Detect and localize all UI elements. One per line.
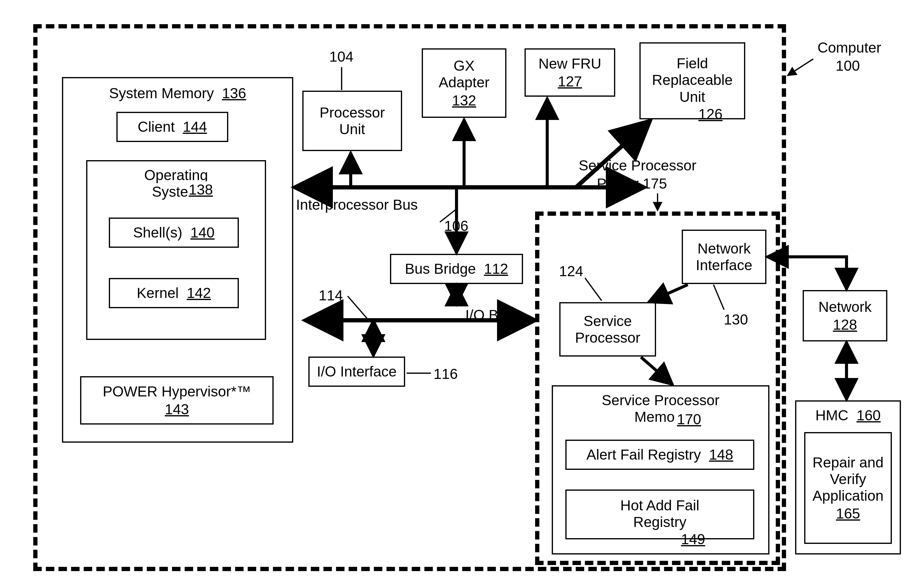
- os-box: Operating System 138: [86, 160, 266, 340]
- io-interface-box: I/O Interface: [308, 357, 405, 387]
- io-bus-label: I/O Bus: [464, 307, 515, 323]
- computer-ref: 100: [834, 57, 861, 74]
- fru-title: Field Replaceable Unit: [652, 55, 733, 105]
- fru-box: Field Replaceable Unit 126: [640, 42, 745, 120]
- network-interface-box: Network Interface: [682, 229, 766, 284]
- processor-unit-title: Processor Unit: [319, 104, 385, 137]
- network-interface-title: Network Interface: [696, 240, 753, 273]
- sp-memory-ref: 170: [676, 411, 702, 428]
- computer-label: Computer: [816, 39, 882, 56]
- ref-104: 104: [328, 48, 355, 65]
- service-processor-box: Service Processor: [559, 302, 656, 357]
- network-ref: 128: [833, 317, 857, 333]
- shells-title: Shell(s): [133, 225, 182, 241]
- interproc-bus-ref: 106: [443, 218, 470, 234]
- sp-planar-label-1: Service Processor: [578, 157, 698, 174]
- bus-bridge-title: Bus Bridge: [405, 261, 476, 277]
- system-memory-ref: 136: [222, 85, 246, 101]
- hmc-ref: 160: [857, 407, 881, 423]
- hot-add-fail-registry-ref: 149: [681, 531, 705, 548]
- new-fru-title: New FRU: [538, 55, 601, 72]
- ref-130: 130: [722, 311, 749, 328]
- hmc-title: HMC: [815, 407, 848, 423]
- system-memory-title: System Memory: [109, 85, 214, 101]
- repair-verify-title: Repair and Verify Application: [813, 454, 884, 504]
- hypervisor-title: POWER Hypervisor*™: [103, 383, 251, 400]
- alert-fail-registry-ref: 148: [709, 447, 733, 463]
- hypervisor-box: POWER Hypervisor*™ 143: [80, 376, 274, 425]
- ref-116: 116: [432, 366, 459, 382]
- fru-ref: 126: [698, 106, 722, 123]
- kernel-title: Kernel: [137, 285, 179, 301]
- sp-planar-label-2: Planar 175: [596, 175, 668, 192]
- service-processor-title: Service Processor: [575, 313, 640, 346]
- new-fru-ref: 127: [558, 73, 582, 90]
- os-ref-vis: 138: [188, 181, 214, 198]
- shells-box: Shell(s) 140: [109, 218, 239, 248]
- kernel-ref: 142: [187, 285, 211, 301]
- processor-unit-box: Processor Unit: [302, 90, 402, 151]
- client-ref: 144: [183, 119, 207, 135]
- diagram-stage: Computer 100 Service Processor Planar 17…: [0, 0, 910, 588]
- bus-bridge-box: Bus Bridge 112: [390, 254, 523, 284]
- shells-ref: 140: [191, 225, 215, 241]
- gx-adapter-ref: 132: [452, 92, 476, 109]
- svg-line-14: [787, 59, 813, 76]
- interproc-bus-label: Interprocessor Bus: [295, 196, 419, 213]
- gx-adapter-box: GX Adapter 132: [422, 48, 507, 118]
- network-box: Network 128: [803, 290, 887, 341]
- ref-114: 114: [317, 287, 344, 304]
- hot-add-fail-registry-box: Hot Add Fail Registry 149: [565, 489, 754, 540]
- hot-add-fail-registry-title: Hot Add Fail Registry: [620, 497, 699, 530]
- alert-fail-registry-title: Alert Fail Registry: [586, 447, 701, 463]
- hypervisor-ref: 143: [165, 401, 189, 418]
- client-title: Client: [138, 119, 175, 135]
- bus-bridge-ref: 112: [484, 261, 508, 277]
- network-title: Network: [818, 299, 871, 315]
- repair-verify-ref: 165: [836, 505, 860, 522]
- kernel-box: Kernel 142: [109, 278, 239, 308]
- repair-verify-box: Repair and Verify Application 165: [804, 432, 892, 544]
- gx-adapter-title: GX Adapter: [439, 57, 489, 90]
- new-fru-box: New FRU 127: [525, 48, 615, 97]
- alert-fail-registry-box: Alert Fail Registry 148: [565, 439, 754, 470]
- ref-124: 124: [558, 263, 585, 279]
- client-box: Client 144: [117, 112, 228, 142]
- io-interface-title: I/O Interface: [317, 363, 397, 380]
